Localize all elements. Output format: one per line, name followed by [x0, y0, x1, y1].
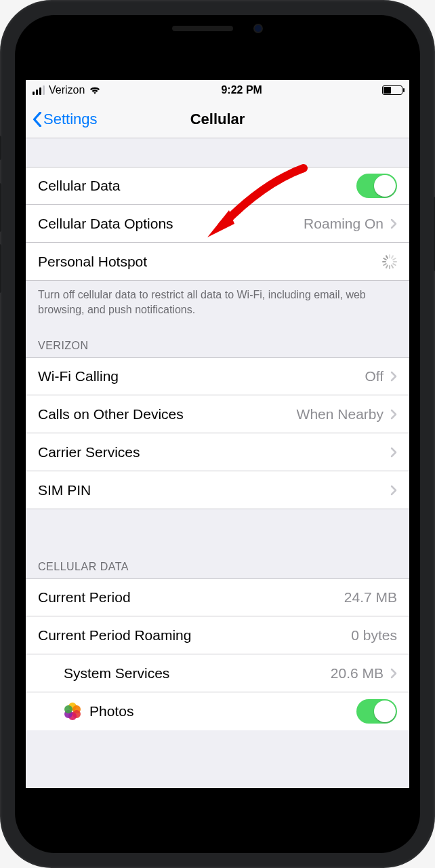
current-period-roaming-row: Current Period Roaming 0 bytes — [26, 616, 409, 654]
page-title: Cellular — [190, 111, 245, 128]
photos-app-label: Photos — [89, 703, 356, 719]
cellular-data-label: Cellular Data — [38, 178, 356, 194]
back-button[interactable]: Settings — [33, 111, 98, 128]
status-bar: Verizon 9:22 PM — [26, 80, 409, 100]
front-camera — [253, 24, 263, 33]
chevron-right-icon — [390, 668, 397, 679]
system-services-label: System Services — [64, 665, 331, 682]
personal-hotspot-row[interactable]: Personal Hotspot — [26, 243, 409, 281]
cellular-data-options-row[interactable]: Cellular Data Options Roaming On — [26, 205, 409, 243]
photos-switch[interactable] — [356, 699, 397, 724]
phone-frame: Verizon 9:22 PM Settings C — [0, 0, 435, 868]
chevron-right-icon — [390, 447, 397, 458]
volume-down-button — [0, 244, 1, 293]
chevron-right-icon — [390, 371, 397, 382]
cellular-data-row[interactable]: Cellular Data — [26, 167, 409, 205]
volume-up-button — [0, 183, 1, 232]
carrier-label: Verizon — [49, 84, 85, 96]
current-period-value: 24.7 MB — [344, 589, 397, 606]
cellular-data-footer: Turn off cellular data to restrict all d… — [26, 281, 409, 326]
calls-other-devices-row[interactable]: Calls on Other Devices When Nearby — [26, 395, 409, 433]
silent-switch — [0, 136, 1, 160]
photos-app-icon — [64, 703, 81, 720]
current-period-label: Current Period — [38, 589, 344, 606]
cellular-data-options-label: Cellular Data Options — [38, 216, 304, 232]
loading-spinner-icon — [382, 254, 397, 269]
carrier-services-label: Carrier Services — [38, 444, 390, 460]
speaker-grille — [172, 26, 233, 31]
chevron-right-icon — [390, 485, 397, 496]
system-services-row[interactable]: System Services 20.6 MB — [26, 654, 409, 692]
verizon-section-header: VERIZON — [26, 326, 409, 357]
chevron-right-icon — [390, 218, 397, 229]
cellular-data-section-header: CELLULAR DATA — [26, 547, 409, 578]
system-services-value: 20.6 MB — [331, 665, 384, 682]
current-period-roaming-label: Current Period Roaming — [38, 627, 351, 644]
screen: Verizon 9:22 PM Settings C — [26, 80, 409, 788]
current-period-row: Current Period 24.7 MB — [26, 578, 409, 616]
wifi-icon — [89, 85, 101, 95]
wifi-calling-label: Wi-Fi Calling — [38, 368, 365, 384]
photos-app-row[interactable]: Photos — [26, 692, 409, 730]
wifi-calling-value: Off — [365, 368, 384, 384]
battery-icon — [382, 85, 402, 95]
personal-hotspot-label: Personal Hotspot — [38, 254, 382, 270]
sim-pin-label: SIM PIN — [38, 482, 390, 498]
notch — [116, 15, 319, 42]
back-label: Settings — [43, 111, 98, 128]
chevron-left-icon — [33, 112, 42, 127]
calls-other-devices-value: When Nearby — [297, 406, 384, 422]
carrier-services-row[interactable]: Carrier Services — [26, 433, 409, 471]
current-period-roaming-value: 0 bytes — [351, 627, 397, 644]
phone-bezel: Verizon 9:22 PM Settings C — [15, 15, 420, 853]
signal-strength-icon — [33, 85, 45, 95]
calls-other-devices-label: Calls on Other Devices — [38, 406, 297, 422]
sim-pin-row[interactable]: SIM PIN — [26, 471, 409, 509]
wifi-calling-row[interactable]: Wi-Fi Calling Off — [26, 357, 409, 395]
cellular-data-switch[interactable] — [356, 174, 397, 198]
navigation-bar: Settings Cellular — [26, 100, 409, 138]
cellular-data-options-value: Roaming On — [304, 216, 384, 232]
chevron-right-icon — [390, 409, 397, 420]
clock: 9:22 PM — [221, 84, 262, 96]
